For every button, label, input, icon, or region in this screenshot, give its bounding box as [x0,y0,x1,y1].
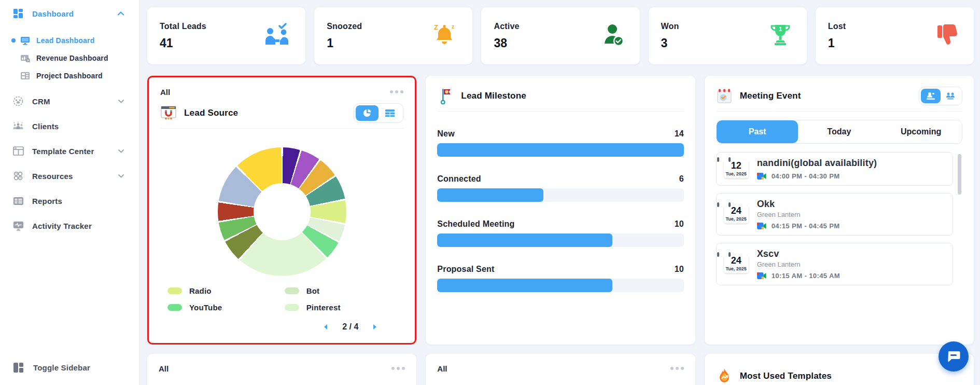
sidebar-item-label: Dashboard [32,9,74,18]
event-calendar-icon: 12 Tue, 2025 [724,160,749,178]
meeting-event-list: 12 Tue, 2025 nandini(global availability… [716,152,962,285]
event-subtitle: Green Lantern [757,211,840,218]
chat-bubble-icon [947,351,960,362]
meeting-list-view-button[interactable] [921,89,941,103]
tab-upcoming[interactable]: Upcoming [880,120,962,143]
crm-icon [12,95,24,107]
milestone-bar-connected: Connected 6 [437,174,683,202]
legend-swatch [285,287,299,294]
bottom-widget-card: All [426,354,695,385]
stat-label: Active [494,22,519,31]
template-center-icon [12,145,24,157]
next-page-button[interactable] [372,323,379,331]
stat-card-snoozed[interactable]: Snoozed 1 Zz [314,7,472,64]
lead-source-filter[interactable]: All [160,88,170,97]
scrollbar-thumb[interactable] [958,154,961,195]
lead-dashboard-icon [20,35,30,46]
event-time: 04:15 PM - 04:45 PM [757,222,840,230]
sidebar-item-revenue-dashboard[interactable]: Revenue Dashboard [0,51,139,65]
sidebar-item-reports[interactable]: Reports [0,194,139,208]
legend-item-bot[interactable]: Bot [285,286,397,295]
sidebar-item-template-center[interactable]: Template Center [0,144,139,158]
sidebar-item-project-dashboard[interactable]: Project Dashboard [0,69,139,82]
video-meet-icon [757,272,766,279]
stat-value: 1 [828,36,846,50]
video-meet-icon [757,223,766,229]
meeting-event-item[interactable]: 24 Tue, 2025 Xscv Green Lantern 10:15 AM… [716,243,953,285]
svg-text:1: 1 [779,26,782,32]
toggle-sidebar-button[interactable]: Toggle Sidebar [0,357,139,378]
trophy-icon: 1 [768,23,792,49]
project-dashboard-icon [20,71,30,81]
sidebar-item-label: CRM [32,97,50,106]
ellipsis-menu-icon[interactable] [670,365,684,372]
sidebar-item-label: Lead Dashboard [36,36,95,45]
sidebar-item-label: Clients [32,122,59,131]
milestone-bar-new: New 14 [437,129,683,157]
chevron-down-icon [118,149,124,153]
sidebar-item-clients[interactable]: Clients [0,119,139,133]
milestone-bar-scheduled-meeting: Scheduled Meeting 10 [437,219,683,247]
event-calendar-icon: 24 Tue, 2025 [724,255,749,273]
dashboard-submenu: Lead Dashboard Revenue Dashboard Project… [0,34,139,87]
video-meet-icon [757,173,766,180]
pie-chart-view-button[interactable] [356,105,379,121]
legend-item-radio[interactable]: Radio [167,286,279,295]
activity-tracker-icon [12,220,24,231]
reports-icon [12,195,24,207]
meeting-group-view-button[interactable] [941,89,960,103]
sidebar-item-lead-dashboard[interactable]: Lead Dashboard [0,34,139,47]
stat-value: 1 [327,36,362,50]
event-title: Xscv [757,249,840,259]
stats-row: Total Leads 41 Snoozed 1 Zz Active 38 [147,7,974,64]
event-title: nandini(global availability) [757,158,877,169]
sidebar-item-dashboard[interactable]: Dashboard [0,6,139,21]
legend-swatch [285,304,299,311]
tab-past[interactable]: Past [717,120,799,143]
meeting-event-card: Meeting Event Past Today Upcoming [705,76,974,345]
event-calendar-icon: 24 Tue, 2025 [724,205,749,224]
clients-icon [12,120,24,132]
stat-label: Lost [828,22,846,31]
sidebar-item-label: Activity Tracker [32,222,92,230]
main-content: Total Leads 41 Snoozed 1 Zz Active 38 [140,0,980,385]
sidebar-item-label: Template Center [32,147,94,156]
lead-source-title: Lead Source [184,108,238,118]
widgets-row: All Lead Source [147,76,974,345]
stat-card-active[interactable]: Active 38 [481,7,639,64]
sidebar-item-label: Resources [32,172,73,181]
lead-source-view-toggle [354,103,403,123]
stat-value: 3 [661,36,679,50]
bottom-row: All All Most Used Templates [147,354,974,385]
sidebar-item-resources[interactable]: Resources [0,169,139,183]
lead-source-icon [160,105,177,121]
stat-card-total-leads[interactable]: Total Leads 41 [147,7,305,64]
ellipsis-menu-icon[interactable] [390,88,403,95]
chat-button[interactable] [939,341,969,372]
lead-source-legend: Radio Bot YouTube Pinterest [160,286,403,312]
snooze-bell-icon: Zz [431,22,458,49]
prev-page-button[interactable] [322,323,329,331]
tab-today[interactable]: Today [798,120,880,143]
person-check-icon [601,23,625,49]
most-used-templates-title: Most Used Templates [740,371,832,381]
ellipsis-menu-icon[interactable] [391,365,405,372]
most-used-templates-card: Most Used Templates [705,354,974,385]
sidebar-item-label: Reports [32,197,62,205]
sidebar-item-activity-tracker[interactable]: Activity Tracker [0,218,139,233]
meeting-event-item[interactable]: 12 Tue, 2025 nandini(global availability… [716,152,953,186]
milestone-flag-icon [437,88,454,104]
table-view-button[interactable] [379,105,401,121]
stat-card-won[interactable]: Won 3 1 [649,7,807,64]
legend-item-pinterest[interactable]: Pinterest [285,303,397,312]
donut-pagination: 2 / 4 [160,322,403,332]
thumbs-down-icon [935,23,959,48]
legend-item-youtube[interactable]: YouTube [167,303,279,312]
dashboard-icon [12,8,24,19]
chevron-down-icon [118,174,124,178]
sidebar-item-crm[interactable]: CRM [0,94,139,108]
stat-value: 41 [160,36,206,50]
meeting-event-item[interactable]: 24 Tue, 2025 Okk Green Lantern 04:15 PM … [716,193,953,236]
lead-source-donut-chart[interactable] [218,147,346,276]
stat-card-lost[interactable]: Lost 1 [816,7,974,64]
